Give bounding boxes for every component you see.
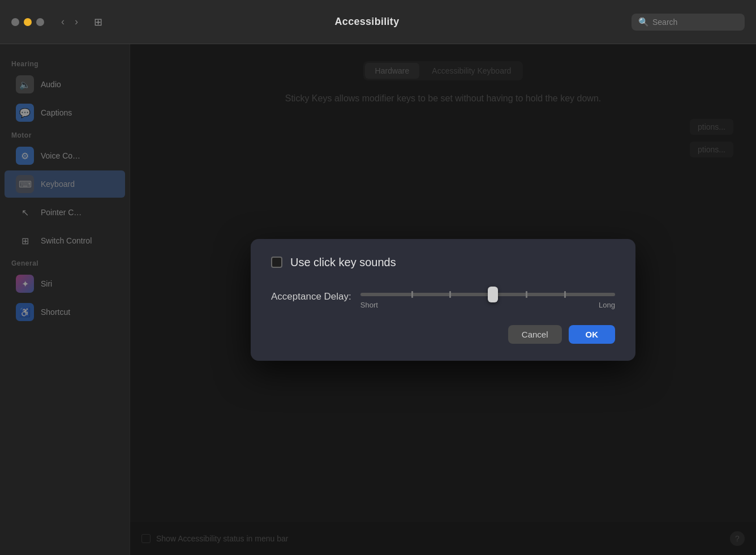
sidebar-item-voicecontrol[interactable]: ⚙ Voice Co… — [5, 142, 125, 169]
ok-button[interactable]: OK — [569, 325, 616, 344]
click-key-sounds-checkbox[interactable] — [271, 257, 282, 268]
slider-tick — [449, 291, 451, 298]
slider-tick — [411, 291, 413, 298]
main-layout: Hearing 🔈 Audio 💬 Captions Motor ⚙ Voice… — [0, 44, 756, 555]
slider-tick — [526, 291, 527, 298]
search-icon: 🔍 — [638, 17, 649, 27]
shortcut-icon: ♿ — [16, 303, 34, 321]
sidebar-item-label: Switch Control — [41, 236, 92, 245]
sidebar-section-motor: Motor — [0, 127, 130, 142]
sidebar-item-shortcut[interactable]: ♿ Shortcut — [5, 298, 125, 326]
sidebar-item-keyboard[interactable]: ⌨ Keyboard — [5, 170, 125, 198]
page-title: Accessibility — [110, 16, 624, 28]
switch-icon: ⊞ — [16, 232, 34, 250]
sidebar-item-label: Pointer C… — [41, 208, 81, 217]
window-controls — [11, 18, 44, 26]
sidebar-item-label: Audio — [41, 80, 61, 89]
dialog-buttons: Cancel OK — [271, 325, 615, 344]
sidebar-item-label: Keyboard — [41, 180, 75, 189]
sidebar-item-switchcontrol[interactable]: ⊞ Switch Control — [5, 227, 125, 254]
audio-icon: 🔈 — [16, 75, 34, 93]
maximize-button[interactable] — [36, 18, 44, 26]
content-area: Hardware Accessibility Keyboard Sticky K… — [130, 44, 756, 555]
back-arrow-icon[interactable]: ‹ — [58, 15, 68, 29]
close-button[interactable] — [11, 18, 19, 26]
captions-icon: 💬 — [16, 104, 34, 122]
pointer-icon: ↖ — [16, 203, 34, 221]
acceptance-delay-slider[interactable] — [360, 293, 615, 296]
slider-max-label: Long — [599, 301, 615, 309]
titlebar: ‹ › ⊞ Accessibility 🔍 Search — [0, 0, 756, 44]
slider-thumb[interactable] — [488, 287, 498, 302]
sidebar-item-siri[interactable]: ✦ Siri — [5, 270, 125, 297]
modal-overlay: Use click key sounds Acceptance Delay: — [130, 44, 756, 555]
slider-min-label: Short — [360, 301, 378, 309]
dialog: Use click key sounds Acceptance Delay: — [251, 239, 635, 361]
click-key-sounds-label: Use click key sounds — [290, 256, 396, 269]
sidebar-item-pointer[interactable]: ↖ Pointer C… — [5, 199, 125, 226]
sidebar: Hearing 🔈 Audio 💬 Captions Motor ⚙ Voice… — [0, 44, 130, 555]
slider-container: Short Long — [360, 285, 615, 309]
sidebar-item-label: Shortcut — [41, 308, 70, 317]
sidebar-item-label: Siri — [41, 279, 52, 288]
sidebar-item-label: Voice Co… — [41, 151, 80, 160]
slider-tick — [564, 291, 566, 298]
sidebar-section-hearing: Hearing — [0, 56, 130, 70]
voice-icon: ⚙ — [16, 147, 34, 165]
sidebar-section-general: General — [0, 255, 130, 270]
minimize-button[interactable] — [24, 18, 32, 26]
grid-icon[interactable]: ⊞ — [94, 16, 102, 28]
forward-arrow-icon[interactable]: › — [71, 15, 81, 29]
acceptance-delay-label: Acceptance Delay: — [271, 291, 351, 302]
keyboard-icon: ⌨ — [16, 175, 34, 193]
search-placeholder: Search — [652, 18, 677, 27]
cancel-button[interactable]: Cancel — [508, 325, 562, 344]
sidebar-item-label: Captions — [41, 108, 72, 117]
slider-labels: Short Long — [360, 301, 615, 309]
nav-arrows: ‹ › — [58, 15, 81, 29]
sidebar-item-audio[interactable]: 🔈 Audio — [5, 71, 125, 98]
dialog-delay-row: Acceptance Delay: — [271, 285, 615, 309]
siri-icon: ✦ — [16, 275, 34, 293]
search-bar[interactable]: 🔍 Search — [632, 14, 745, 31]
sidebar-item-captions[interactable]: 💬 Captions — [5, 99, 125, 126]
dialog-checkbox-row: Use click key sounds — [271, 256, 615, 269]
